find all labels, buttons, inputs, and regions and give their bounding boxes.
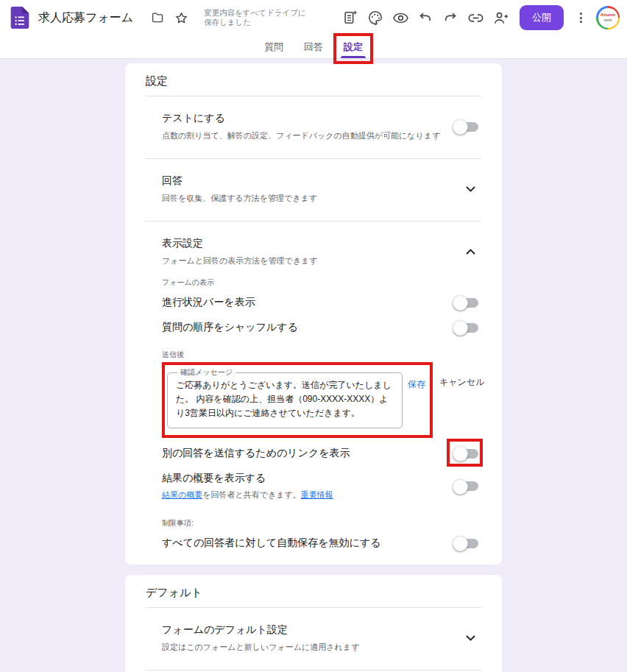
presentation-subtitle: フォームと回答の表示方法を管理できます [162, 255, 318, 266]
confirmation-message-value[interactable]: ご応募ありがとうございます。送信が完了いたしました。 内容を確認の上、担当者（0… [176, 378, 394, 420]
responses-subtitle: 回答を収集、保護する方法を管理できます [162, 193, 317, 204]
redo-icon[interactable] [442, 9, 459, 26]
shuffle-label: 質問の順序をシャッフルする [162, 321, 298, 334]
form-title[interactable]: 求人応募フォーム [38, 10, 133, 26]
settings-card: 設定 テストにする 点数の割り当て、解答の設定、フィードバックの自動提供が可能に… [125, 63, 502, 565]
save-button[interactable]: 保存 [408, 378, 425, 391]
account-avatar[interactable]: Atsumi web [596, 6, 620, 29]
chevron-up-icon[interactable] [466, 249, 475, 255]
more-vertical-icon[interactable] [574, 9, 587, 26]
setting-row-presentation[interactable]: 表示設定 フォームと回答の表示方法を管理できます [146, 222, 481, 268]
settings-card-heading: 設定 [146, 63, 481, 96]
make-quiz-toggle[interactable] [454, 122, 478, 132]
link-icon[interactable] [467, 9, 484, 26]
shuffle-toggle[interactable] [454, 323, 478, 333]
setting-row-disable-autosave: すべての回答者に対して自動保存を無効にする [146, 531, 481, 565]
confirmation-field-label: 確認メッセージ [177, 367, 235, 378]
tab-responses-label: 回答 [304, 40, 323, 54]
setting-row-results-summary: 結果の概要を表示する 結果の概要を回答者と共有できます。重要情報 [146, 466, 481, 506]
results-summary-title: 結果の概要を表示する [162, 472, 333, 485]
make-quiz-subtitle: 点数の割り当て、解答の設定、フィードバックの自動提供が可能になります [162, 130, 440, 141]
avatar-text-line1: Atsumi [601, 13, 615, 18]
preview-eye-icon[interactable] [392, 9, 409, 26]
form-defaults-subtitle: 設定はこのフォームと新しいフォームに適用されます [162, 642, 359, 653]
avatar-text-line2: web [603, 18, 612, 23]
results-summary-texts: 結果の概要を表示する 結果の概要を回答者と共有できます。重要情報 [162, 472, 333, 501]
disable-autosave-toggle[interactable] [454, 539, 478, 548]
doc-plus-icon[interactable] [341, 9, 359, 26]
important-info-link[interactable]: 重要情報 [301, 490, 333, 499]
responses-texts: 回答 回答を収集、保護する方法を管理できます [162, 174, 317, 204]
annotation-box-confirmation: 確認メッセージ ご応募ありがとうございます。送信が完了いたしました。 内容を確認… [162, 362, 433, 438]
confirmation-message-field[interactable]: 確認メッセージ ご応募ありがとうございます。送信が完了いたしました。 内容を確認… [167, 367, 403, 428]
tab-settings[interactable]: 設定 [339, 35, 368, 58]
results-summary-middle-text: を回答者と共有できます。 [202, 490, 301, 499]
move-folder-icon[interactable] [148, 8, 167, 27]
star-icon[interactable] [171, 8, 191, 27]
undo-icon[interactable] [417, 9, 434, 26]
responses-title: 回答 [162, 174, 317, 188]
setting-row-shuffle: 質問の順序をシャッフルする [146, 315, 481, 340]
publish-button[interactable]: 公開 [520, 5, 564, 30]
tab-questions-label: 質問 [264, 40, 283, 54]
header-toolbar: 公開 Atsumi web [341, 5, 620, 30]
results-summary-link[interactable]: 結果の概要 [162, 490, 202, 499]
setting-row-form-defaults[interactable]: フォームのデフォルト設定 設定はこのフォームと新しいフォームに適用されます [146, 608, 481, 670]
presentation-title: 表示設定 [162, 237, 318, 250]
header-top-bar: 求人応募フォーム 変更内容をすべてドライブに 保存しました [0, 0, 627, 35]
google-forms-logo-icon[interactable] [9, 6, 31, 29]
form-display-group-label: フォームの表示 [162, 277, 481, 288]
another-response-toggle-wrap [454, 449, 478, 459]
tab-questions[interactable]: 質問 [259, 35, 288, 58]
make-quiz-texts: テストにする 点数の割り当て、解答の設定、フィードバックの自動提供が可能になりま… [162, 112, 440, 141]
restrictions-group-label: 制限事項: [162, 518, 481, 528]
results-summary-toggle[interactable] [454, 481, 478, 491]
presentation-texts: 表示設定 フォームと回答の表示方法を管理できます [162, 237, 318, 266]
palette-icon[interactable] [366, 9, 384, 26]
person-add-icon[interactable] [492, 9, 509, 26]
confirmation-message-row: 確認メッセージ ご応募ありがとうございます。送信が完了いたしました。 内容を確認… [162, 362, 481, 438]
form-defaults-texts: フォームのデフォルト設定 設定はこのフォームと新しいフォームに適用されます [162, 623, 359, 653]
another-response-toggle[interactable] [454, 449, 478, 459]
save-status-text[interactable]: 変更内容をすべてドライブに 保存しました [204, 8, 306, 27]
settings-page: 設定 テストにする 点数の割り当て、解答の設定、フィードバックの自動提供が可能に… [0, 63, 627, 672]
form-tabs: 質問 回答 設定 [0, 35, 627, 59]
tab-settings-label: 設定 [344, 40, 363, 54]
chevron-down-icon[interactable] [466, 186, 475, 192]
save-status-line1: 変更内容をすべてドライブに [204, 8, 306, 18]
defaults-card: デフォルト フォームのデフォルト設定 設定はこのフォームと新しいフォームに適用さ… [125, 575, 502, 672]
disable-autosave-label: すべての回答者に対して自動保存を無効にする [162, 537, 381, 550]
progress-bar-label: 進行状況バーを表示 [162, 296, 255, 309]
setting-row-progress-bar: 進行状況バーを表示 [146, 290, 481, 315]
setting-row-responses[interactable]: 回答 回答を収集、保護する方法を管理できます [146, 159, 481, 221]
app-header: 求人応募フォーム 変更内容をすべてドライブに 保存しました [0, 0, 627, 59]
avatar-logo: Atsumi web [598, 8, 618, 28]
setting-row-make-quiz: テストにする 点数の割り当て、解答の設定、フィードバックの自動提供が可能になりま… [146, 96, 481, 158]
make-quiz-title: テストにする [162, 112, 440, 125]
setting-row-another-response-link: 別の回答を送信するためのリンクを表示 [146, 441, 481, 466]
progress-bar-toggle[interactable] [454, 298, 478, 308]
cancel-button[interactable]: キャンセル [439, 376, 484, 389]
another-response-label: 別の回答を送信するためのリンクを表示 [162, 447, 350, 460]
after-submit-group-label: 送信後 [162, 350, 481, 360]
results-summary-subtitle: 結果の概要を回答者と共有できます。重要情報 [162, 489, 333, 501]
active-tab-underline [341, 56, 366, 58]
defaults-card-heading: デフォルト [146, 575, 481, 607]
tab-responses[interactable]: 回答 [299, 35, 328, 58]
chevron-down-icon[interactable] [466, 635, 475, 641]
forms-logo-svg [10, 7, 29, 29]
save-status-line2: 保存しました [204, 18, 306, 27]
form-defaults-title: フォームのデフォルト設定 [162, 623, 359, 637]
